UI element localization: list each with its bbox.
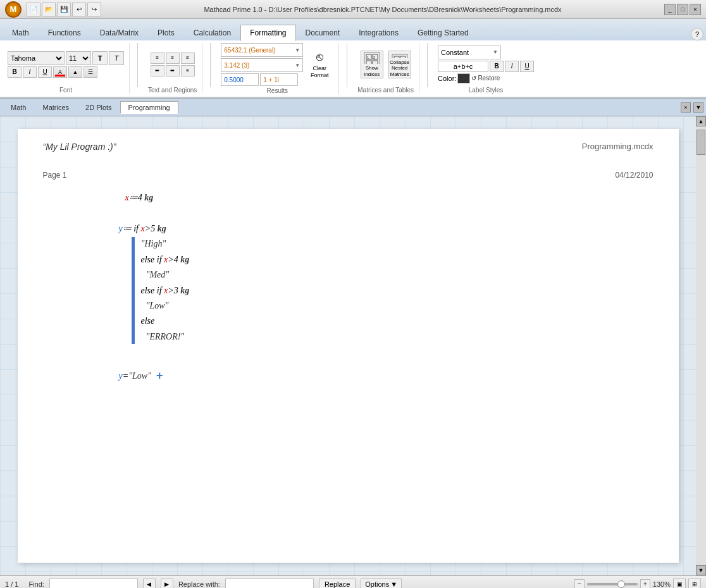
justify-btn[interactable]: ≡ [181,65,195,77]
minimize-btn[interactable]: _ [664,4,676,15]
if-kw: if [132,224,141,233]
text-style-btn1[interactable]: T [92,51,108,65]
label-style-row2: a+b+c B I U [438,61,534,72]
view-single-btn[interactable]: ▣ [673,579,686,589]
quick-toolbar: 📄 📂 💾 ↩ ↪ [27,3,101,16]
title-bar: M 📄 📂 💾 ↩ ↪ Mathcad Prime 1.0 - D:\User … [0,0,706,19]
align-right-btn[interactable]: ≡ [181,52,195,64]
zoom-percent: 130% [653,580,671,588]
highlight-btn[interactable]: ▲ [68,66,82,78]
format1-label: 65432.1 (General) [224,47,275,54]
font-size-select[interactable]: 11 [66,51,91,65]
font-family-select[interactable]: Tahoma [8,51,65,65]
restore-icon: ↺ [471,75,476,82]
doc-tab-math[interactable]: Math [3,101,34,114]
doc-tab-programming[interactable]: Programming [120,101,178,114]
close-btn[interactable]: × [690,4,701,15]
font-group-label: Font [59,85,72,94]
sep1 [137,43,138,87]
italic-btn[interactable]: I [23,66,37,78]
save-btn[interactable]: 💾 [57,3,71,16]
restore-label: Restore [478,75,500,82]
indent-left-btn[interactable]: ⬅ [151,65,164,77]
tab-math[interactable]: Math [3,24,39,40]
align-left-btn[interactable]: ≡ [151,52,164,64]
results-content: 65432.1 (General) ▼ 3.142 (3) ▼ 0.5000 1… [221,43,333,86]
else-if-1-line: else if x>4 kg [141,253,647,267]
eq-op: = [123,371,128,381]
doc-tab-2dplots[interactable]: 2D Plots [77,101,120,114]
restore-btn[interactable]: ↺ Restore [471,75,500,82]
format1-arrow: ▼ [295,47,300,53]
branch-high-line: "High" [141,237,647,251]
format1-dropdown[interactable]: 65432.1 (General) ▼ [221,43,303,57]
text-region-content: ≡ ≡ ≡ ⬅ ➡ ≡ [151,43,195,85]
ribbon-group-matrices: 1 2 Show Indices Collapse Nested Matrice… [355,43,419,94]
svg-rect-3 [366,61,371,64]
ribbon-group-label-styles: Constant ▼ a+b+c B I U Color: [435,43,539,94]
redo-btn[interactable]: ↪ [87,3,101,16]
align-center-btn[interactable]: ≡ [166,52,180,64]
label-bold-btn[interactable]: B [490,61,504,72]
scroll-up-btn[interactable]: ▲ [696,116,706,126]
unit-kg-4: kg [180,286,189,295]
find-prev-btn[interactable]: ◀ [143,579,156,589]
format2-dropdown[interactable]: 3.142 (3) ▼ [221,58,303,72]
tab-integrations[interactable]: Integrations [349,24,408,40]
title-bar-left: M 📄 📂 💾 ↩ ↪ [5,1,101,18]
find-next-btn[interactable]: ▶ [161,579,173,589]
else-kw-2: else if [141,286,164,295]
scroll-track[interactable] [696,126,706,565]
tab-document[interactable]: Document [296,24,350,40]
tab-formatting[interactable]: Formatting [240,25,295,41]
color-swatch[interactable] [457,73,470,83]
zoom-slider-track[interactable] [587,583,638,585]
sep2 [210,43,211,87]
scroll-thumb[interactable] [697,130,705,155]
doc-close-btn[interactable]: × [681,102,691,113]
zoom-slider-thumb[interactable] [617,580,625,588]
zoom-in-btn[interactable]: + [640,579,650,589]
svg-rect-8 [394,56,399,58]
tab-calculation[interactable]: Calculation [184,24,240,40]
else-kw-1: else if [141,255,164,264]
open-btn[interactable]: 📂 [42,3,56,16]
show-indices-btn[interactable]: 1 2 Show Indices [361,51,383,78]
collapse-nested-btn[interactable]: Collapse Nested Matrices [388,51,411,78]
indent-right-btn[interactable]: ➡ [166,65,180,77]
text-style-btn2[interactable]: T [109,51,124,65]
scroll-down-btn[interactable]: ▼ [696,565,706,575]
format4-field[interactable]: 1 + 1i [260,73,298,86]
matrices-group-label: Matrices and Tables [357,85,414,94]
label-preview: a+b+c [438,61,488,72]
maximize-btn[interactable]: □ [677,4,688,15]
label-italic-btn[interactable]: I [505,61,519,72]
clear-format-btn[interactable]: ⎋ Clear Format [306,49,333,80]
tab-plots[interactable]: Plots [148,24,184,40]
label-underline-btn[interactable]: U [520,61,534,72]
tab-getting-started[interactable]: Getting Started [408,24,478,40]
doc-tab-matrices[interactable]: Matrices [34,101,77,114]
format3-field[interactable]: 0.5000 [221,73,259,86]
replace-btn[interactable]: Replace [319,579,356,589]
find-input[interactable] [49,579,138,589]
doc-tabs-close-area: × ▼ [681,102,703,113]
help-btn[interactable]: ? [691,28,703,40]
new-btn[interactable]: 📄 [27,3,40,16]
branch-low-line: "Low" [146,299,647,313]
bold-btn[interactable]: B [8,66,22,78]
doc-nav-btn[interactable]: ▼ [693,102,703,113]
view-multi-btn[interactable]: ⊞ [688,579,701,589]
zoom-out-btn[interactable]: − [574,579,585,589]
label-style-dropdown[interactable]: Constant ▼ [438,46,501,59]
branch-med-line: "Med" [146,268,647,282]
options-btn[interactable]: Options ▼ [361,579,402,589]
replace-input[interactable] [225,579,314,589]
tab-functions[interactable]: Functions [39,24,90,40]
font-color-btn[interactable]: A [53,66,67,78]
tab-datamatrix[interactable]: Data/Matrix [90,24,148,40]
undo-btn[interactable]: ↩ [72,3,86,16]
text-format-btn[interactable]: ☰ [84,66,97,78]
underline-btn[interactable]: U [38,66,52,78]
doc-area[interactable]: “My Lil Program :)” Programming.mcdx Pag… [0,116,696,575]
